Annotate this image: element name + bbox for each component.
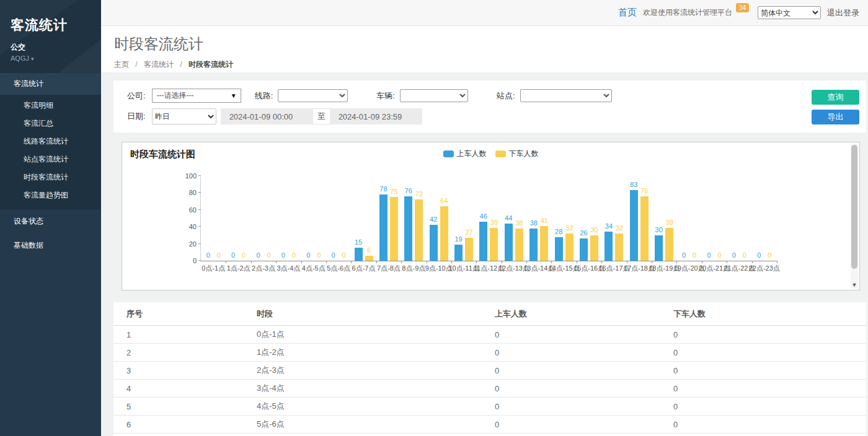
bar-value-label: 72 bbox=[415, 190, 423, 198]
legend-label: 上车人数 bbox=[457, 149, 487, 159]
logout-link[interactable]: 退出登录 bbox=[827, 7, 859, 19]
org-code-dropdown[interactable]: AQGJ▾ bbox=[11, 54, 101, 62]
table-cell: 4 bbox=[113, 380, 257, 398]
legend-swatch bbox=[495, 150, 506, 157]
bar-value-label: 0 bbox=[682, 251, 686, 259]
table-row: 65点-6点00 bbox=[113, 416, 866, 434]
export-button[interactable]: 导出 bbox=[812, 110, 859, 124]
bar-value-label: 46 bbox=[480, 212, 487, 220]
bar-value-label: 34 bbox=[605, 222, 613, 230]
main-area: 首页 欢迎使用客流统计管理平台 34 简体中文 退出登录 时段客流统计 主页 /… bbox=[101, 0, 868, 436]
date-range-to-label: 至 bbox=[313, 108, 330, 124]
bar-value-label: 26 bbox=[580, 229, 587, 237]
table-row: 54点-5点00 bbox=[113, 398, 866, 416]
query-button[interactable]: 查询 bbox=[812, 90, 859, 105]
company-select[interactable]: ---请选择--- ▼ bbox=[152, 89, 241, 103]
date-end-input[interactable] bbox=[330, 108, 422, 124]
table-cell: 0 bbox=[673, 326, 866, 344]
bar-value-label: 42 bbox=[430, 216, 437, 223]
breadcrumb-section[interactable]: 客流统计 bbox=[144, 60, 174, 69]
bar-value-label: 0 bbox=[231, 251, 235, 259]
chart-category: 0021点-22点 bbox=[727, 177, 751, 261]
bar-上车人数: 78 bbox=[379, 194, 388, 261]
chart-scrollbar[interactable]: ▼ bbox=[851, 144, 858, 289]
bar-value-label: 39 bbox=[666, 219, 673, 226]
bar-value-label: 0 bbox=[267, 251, 270, 259]
x-axis-label: 6点-7点 bbox=[352, 264, 376, 273]
table-cell: 0 bbox=[673, 398, 866, 416]
y-axis-tick-label: 60 bbox=[178, 206, 197, 214]
bar-value-label: 76 bbox=[640, 187, 648, 194]
bar-value-label: 0 bbox=[281, 251, 285, 259]
bar-value-label: 32 bbox=[616, 224, 623, 232]
legend-item[interactable]: 上车人数 bbox=[443, 149, 487, 159]
sidebar-item-other-1[interactable]: 基础数据 bbox=[0, 233, 101, 258]
vehicle-select[interactable] bbox=[400, 89, 468, 102]
chart-title: 时段车流统计图 bbox=[130, 149, 195, 160]
chart-legend: 上车人数下车人数 bbox=[443, 149, 539, 159]
home-link[interactable]: 首页 bbox=[618, 7, 637, 19]
date-preset-select[interactable]: 昨日 bbox=[152, 108, 216, 124]
scrollbar-thumb[interactable] bbox=[851, 145, 857, 269]
sidebar-subitem-2[interactable]: 线路客流统计 bbox=[0, 133, 101, 150]
bar-value-label: 27 bbox=[465, 229, 472, 236]
bar-上车人数: 42 bbox=[430, 225, 438, 261]
sidebar-subitem-4[interactable]: 时段客流统计 bbox=[0, 168, 101, 186]
chart-category: 005点-6点 bbox=[326, 177, 351, 261]
table-row: 43点-4点00 bbox=[113, 380, 866, 398]
bar-value-label: 0 bbox=[732, 251, 736, 259]
bar-上车人数: 76 bbox=[404, 196, 412, 261]
table-cell: 2点-3点 bbox=[257, 362, 495, 380]
table-cell: 6 bbox=[673, 434, 866, 436]
bar-下车人数: 41 bbox=[540, 226, 548, 261]
table-cell: 0 bbox=[673, 380, 866, 398]
table-cell: 5点-6点 bbox=[257, 416, 495, 434]
app-logo-title: 客流统计 bbox=[11, 16, 101, 35]
breadcrumb-home[interactable]: 主页 bbox=[114, 60, 129, 69]
chart-category: 0020点-21点 bbox=[702, 177, 727, 261]
sidebar-subitem-0[interactable]: 客流明细 bbox=[0, 97, 101, 115]
bar-上车人数: 26 bbox=[580, 238, 588, 261]
sidebar-item-other-0[interactable]: 设备状态 bbox=[0, 209, 101, 233]
table-cell: 0 bbox=[673, 416, 866, 434]
welcome-text: 欢迎使用客流统计管理平台 bbox=[643, 7, 732, 18]
table-header: 下车人数 bbox=[673, 302, 866, 326]
table-row: 32点-3点00 bbox=[113, 362, 866, 380]
table-cell: 0 bbox=[495, 344, 673, 362]
data-table-panel: 序号时段上车人数下车人数 10点-1点0021点-2点0032点-3点0043点… bbox=[113, 302, 866, 436]
table-cell: 5 bbox=[113, 398, 257, 416]
page-title: 时段客流统计 bbox=[114, 34, 868, 54]
sidebar-subitem-3[interactable]: 站点客流统计 bbox=[0, 150, 101, 168]
chart-category: 42649点-10点 bbox=[427, 177, 451, 261]
sidebar-subitem-5[interactable]: 客流量趋势图 bbox=[0, 186, 101, 204]
bar-下车人数: 64 bbox=[440, 206, 448, 261]
bar-下车人数: 38 bbox=[515, 229, 523, 261]
bar-chart-plot: 020406080100000点-1点001点-2点002点-3点003点-4点… bbox=[200, 177, 777, 261]
chart-category: 443812点-13点 bbox=[502, 177, 526, 261]
bar-value-label: 44 bbox=[505, 214, 512, 222]
bar-value-label: 30 bbox=[655, 226, 663, 233]
table-row: 10点-1点00 bbox=[113, 326, 866, 344]
legend-item[interactable]: 下车人数 bbox=[495, 149, 539, 159]
chart-panel: 时段车流统计图 上车人数下车人数 020406080100000点-1点001点… bbox=[122, 142, 860, 290]
chart-category: 000点-1点 bbox=[201, 177, 226, 261]
table-cell: 3点-4点 bbox=[257, 380, 495, 398]
chart-category: 76728点-9点 bbox=[401, 177, 426, 261]
bar-value-label: 32 bbox=[565, 224, 573, 232]
station-select[interactable] bbox=[520, 89, 612, 102]
bar-value-label: 0 bbox=[206, 251, 210, 259]
line-select[interactable] bbox=[278, 89, 348, 102]
sidebar-header: 客流统计 公交 AQGJ▾ bbox=[0, 0, 101, 73]
bar-value-label: 41 bbox=[541, 217, 548, 224]
scrollbar-down-arrow-icon[interactable]: ▼ bbox=[851, 282, 858, 288]
date-start-input[interactable] bbox=[221, 108, 313, 124]
sidebar-item-passenger-stats[interactable]: 客流统计 bbox=[0, 73, 101, 95]
table-cell: 6点-7点 bbox=[257, 434, 495, 436]
bar-value-label: 0 bbox=[242, 251, 246, 259]
sidebar-subitem-1[interactable]: 客流汇总 bbox=[0, 115, 101, 133]
org-code-label: AQGJ bbox=[11, 54, 29, 62]
bar-value-label: 83 bbox=[630, 181, 637, 188]
language-select[interactable]: 简体中文 bbox=[758, 6, 821, 19]
x-axis-label: 3点-4点 bbox=[277, 264, 300, 273]
bar-下车人数: 30 bbox=[590, 235, 598, 261]
